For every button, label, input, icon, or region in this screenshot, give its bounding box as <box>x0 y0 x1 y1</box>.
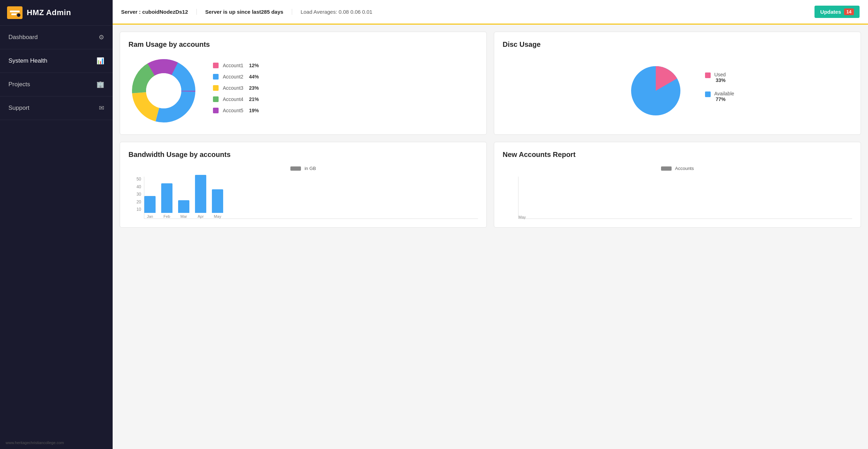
bar-feb-label: Feb <box>164 214 170 219</box>
ram-chart-title: Ram Usage by accounts <box>128 40 478 49</box>
account1-color-swatch <box>213 63 219 68</box>
topbar: Server : cuboidNodezDs12 Server is up si… <box>113 0 868 25</box>
account5-label: Account5 <box>223 108 243 113</box>
available-label: Available <box>714 91 734 96</box>
accounts-color-swatch <box>661 166 672 171</box>
new-accounts-card: New Accounts Report Accounts May <box>494 142 861 228</box>
sidebar-item-dashboard[interactable]: Dashboard ⚙ <box>0 26 113 49</box>
app-title: HMZ Admin <box>27 8 71 17</box>
legend-item-account5: Account5 19% <box>213 108 259 113</box>
load-averages: Load Averages: 0.08 0.06 0.01 <box>292 9 814 15</box>
disc-legend-available: Available 77% <box>705 91 734 102</box>
account2-label: Account2 <box>223 74 243 80</box>
ram-usage-card: Ram Usage by accounts <box>120 32 487 135</box>
account1-pct: 12% <box>249 63 259 68</box>
bandwidth-legend-label: in GB <box>304 166 316 171</box>
sidebar-header: HMZ Admin <box>0 0 113 26</box>
account3-pct: 23% <box>249 85 259 91</box>
bar-apr-rect <box>195 175 206 213</box>
accounts-legend: Accounts <box>503 166 852 171</box>
y-label-40: 40 <box>137 184 141 189</box>
bandwidth-legend: in GB <box>128 166 478 171</box>
server-name: Server : cuboidNodezDs12 <box>121 9 197 15</box>
account3-label: Account3 <box>223 85 243 91</box>
bar-mar: Mar <box>178 200 189 219</box>
sidebar: HMZ Admin Dashboard ⚙ System Health 📊 Pr… <box>0 0 113 449</box>
account4-label: Account4 <box>223 96 243 102</box>
used-color-swatch <box>705 72 711 78</box>
logo-icon <box>7 6 23 19</box>
bar-feb-rect <box>161 183 172 213</box>
logo-gear-icon <box>16 13 21 18</box>
used-pct: 33% <box>716 77 726 83</box>
disc-chart-container: Used 33% Available 77% <box>503 56 852 126</box>
bar-jan-label: Jan <box>147 214 153 219</box>
bandwidth-chart-title: Bandwidth Usage by accounts <box>128 151 478 159</box>
bar-mar-rect <box>178 200 189 213</box>
account4-color-swatch <box>213 96 219 102</box>
ram-chart-container: Account1 12% Account2 44% Account3 23% <box>128 56 478 126</box>
y-label-30: 30 <box>137 192 141 197</box>
bar-jan-rect <box>144 196 156 213</box>
ram-donut-chart <box>128 56 199 126</box>
account2-pct: 44% <box>249 74 259 80</box>
bar-chart: Jan Feb Mar Apr <box>144 177 478 219</box>
accounts-chart: May <box>518 177 852 219</box>
bandwidth-color-swatch <box>290 166 301 171</box>
sidebar-footer: www.heritagechristiancollege.com <box>0 436 113 449</box>
account3-color-swatch <box>213 85 219 91</box>
bar-feb: Feb <box>161 183 172 219</box>
acc-bar-may-label: May <box>518 215 526 219</box>
bar-apr: Apr <box>195 175 206 219</box>
svg-point-5 <box>146 73 181 108</box>
y-label-10: 10 <box>137 207 141 212</box>
sidebar-item-system-health[interactable]: System Health 📊 <box>0 49 113 73</box>
ram-legend: Account1 12% Account2 44% Account3 23% <box>213 63 259 119</box>
account2-color-swatch <box>213 74 219 80</box>
acc-bar-may: May <box>518 213 526 219</box>
legend-item-account1: Account1 12% <box>213 63 259 68</box>
legend-item-account3: Account3 23% <box>213 85 259 91</box>
available-pct: 77% <box>716 96 734 102</box>
bar-mar-label: Mar <box>181 214 187 219</box>
gear-icon: ⚙ <box>99 33 104 41</box>
updates-count: 14 <box>844 8 854 15</box>
legend-item-account4: Account4 21% <box>213 96 259 102</box>
accounts-legend-label: Accounts <box>675 166 694 171</box>
mail-icon: ✉ <box>99 104 104 112</box>
cards-row-2: Bandwidth Usage by accounts in GB 50 40 … <box>120 142 861 228</box>
main-content: Server : cuboidNodezDs12 Server is up si… <box>113 0 868 449</box>
accounts-chart-area: May <box>503 177 852 219</box>
account4-pct: 21% <box>249 96 259 102</box>
bandwidth-card: Bandwidth Usage by accounts in GB 50 40 … <box>120 142 487 228</box>
bar-may-label: May <box>214 214 221 219</box>
disc-usage-card: Disc Usage <box>494 32 861 135</box>
sidebar-item-support[interactable]: Support ✉ <box>0 96 113 120</box>
cards-row-1: Ram Usage by accounts <box>120 32 861 135</box>
y-label-20: 20 <box>137 200 141 204</box>
legend-item-account2: Account2 44% <box>213 74 259 80</box>
account1-label: Account1 <box>223 63 243 68</box>
available-color-swatch <box>705 91 711 97</box>
account5-color-swatch <box>213 108 219 113</box>
chart-icon: 📊 <box>96 57 104 65</box>
content-area: Ram Usage by accounts <box>113 25 868 449</box>
accounts-report-title: New Accounts Report <box>503 151 852 159</box>
bar-jan: Jan <box>144 196 156 219</box>
org-icon: 🏢 <box>96 81 104 88</box>
server-uptime: Server is up since last285 days <box>197 9 292 15</box>
bar-may: May <box>212 189 223 219</box>
account5-pct: 19% <box>249 108 259 113</box>
disc-legend: Used 33% Available 77% <box>705 72 734 110</box>
updates-label: Updates <box>820 9 841 15</box>
used-label: Used <box>714 72 726 77</box>
updates-button[interactable]: Updates 14 <box>814 6 860 18</box>
bandwidth-chart-area: 50 40 30 20 10 Jan Feb <box>128 177 478 219</box>
bar-may-rect <box>212 189 223 213</box>
bar-apr-label: Apr <box>197 214 203 219</box>
disc-legend-used: Used 33% <box>705 72 734 83</box>
y-axis: 50 40 30 20 10 <box>128 177 143 212</box>
disc-pie-chart <box>621 56 691 126</box>
y-label-50: 50 <box>137 177 141 182</box>
sidebar-item-projects[interactable]: Projects 🏢 <box>0 73 113 96</box>
